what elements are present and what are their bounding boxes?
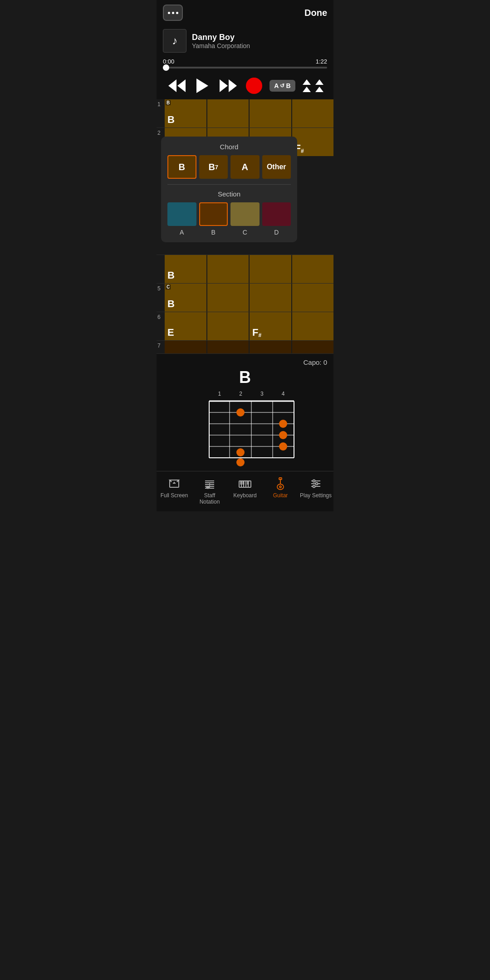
bar-cells-6: E F# — [165, 312, 333, 340]
chord-cell[interactable] — [250, 284, 291, 312]
guitar-icon — [274, 477, 287, 490]
chord-cell-e[interactable]: E — [165, 312, 206, 340]
chord-option-b7[interactable]: B7 — [199, 155, 228, 179]
up-arrows-icon — [303, 79, 323, 85]
chord-cell-fsharp2[interactable]: F# — [250, 312, 291, 340]
chord-option-b[interactable]: B — [167, 155, 196, 179]
section-option-a[interactable] — [167, 202, 196, 226]
fret-num-2: 2 — [230, 391, 251, 397]
chord-popup: Chord B B7 A Other Section A B C D — [161, 137, 297, 242]
section-label-a: A — [167, 229, 196, 236]
bar-row-1: 1 B B — [157, 99, 333, 128]
section-options — [167, 202, 291, 226]
chord-cell[interactable] — [250, 255, 291, 283]
nav-label-keyboard: Keyboard — [233, 492, 256, 499]
chord-grid-area: 1 B B 2 F# Chord B B7 A Other — [157, 99, 333, 354]
nav-item-fullscreen[interactable]: Full Screen — [157, 475, 192, 507]
ab-repeat-button[interactable]: A ↺ B — [270, 80, 295, 92]
chord-label-b: B — [166, 100, 171, 105]
chord-cell[interactable] — [292, 284, 334, 312]
record-button[interactable] — [246, 78, 262, 94]
progress-thumb — [163, 64, 169, 71]
nav-item-keyboard[interactable]: Keyboard — [227, 475, 263, 507]
song-artist: Yamaha Corporation — [192, 42, 250, 49]
nav-label-play-settings: Play Settings — [300, 492, 332, 499]
chord-cell-partial[interactable] — [250, 341, 291, 353]
bar-number-5: 5 — [157, 284, 165, 312]
chord-cell-b3[interactable]: C B — [165, 284, 206, 312]
chord-cell[interactable] — [207, 284, 249, 312]
play-icon — [196, 78, 208, 93]
svg-rect-30 — [247, 481, 249, 485]
chord-popup-title: Chord — [167, 143, 291, 151]
section-option-b[interactable] — [199, 202, 228, 226]
chord-cell[interactable] — [207, 255, 249, 283]
guitar-grid-svg — [196, 399, 294, 465]
chord-cell-b2[interactable]: B — [165, 255, 206, 283]
chord-cell[interactable] — [292, 99, 334, 127]
chord-cell[interactable] — [292, 255, 334, 283]
nav-item-guitar[interactable]: Guitar — [263, 475, 298, 507]
play-button[interactable] — [195, 77, 210, 95]
chord-option-a[interactable]: A — [230, 155, 260, 179]
chord-cell[interactable] — [250, 99, 291, 127]
bar-number-1: 1 — [157, 99, 165, 127]
nav-item-staff[interactable]: StaffNotation — [192, 475, 227, 507]
chord-cell-f-sharp[interactable]: F# — [292, 128, 334, 156]
svg-point-34 — [279, 486, 281, 488]
section-badge-c: C — [166, 284, 171, 289]
nav-label-fullscreen: Full Screen — [161, 492, 188, 499]
guitar-dot — [279, 442, 287, 451]
svg-point-42 — [313, 485, 315, 488]
progress-times: 0:00 1:22 — [163, 58, 327, 65]
menu-button[interactable] — [163, 5, 183, 21]
rewind-button[interactable] — [167, 78, 187, 94]
current-time: 0:00 — [163, 58, 174, 65]
total-time: 1:22 — [316, 58, 327, 65]
chord-cell-partial[interactable] — [207, 341, 249, 353]
fast-forward-button[interactable] — [218, 78, 239, 94]
fret-numbers: 1 2 3 4 — [196, 391, 294, 397]
song-title: Danny Boy — [192, 33, 250, 42]
bar-row-6: 6 E F# — [157, 312, 333, 341]
keyboard-icon — [238, 477, 252, 490]
bar-number-3 — [157, 255, 165, 283]
svg-point-41 — [316, 483, 318, 485]
progress-bar[interactable] — [163, 67, 327, 69]
guitar-dot — [236, 458, 245, 466]
sharp-symbol: # — [301, 148, 304, 154]
song-details: Danny Boy Yamaha Corporation — [192, 33, 250, 49]
chord-cell-partial[interactable] — [165, 341, 206, 353]
chord-cell-partial[interactable] — [292, 341, 334, 353]
chord-option-other[interactable]: Other — [262, 155, 291, 179]
svg-point-21 — [206, 487, 210, 489]
ab-arrow-icon: ↺ — [280, 83, 284, 89]
bar-number-6: 6 — [157, 312, 165, 340]
bar-cells-3: B — [165, 255, 333, 283]
scroll-up-button[interactable] — [303, 79, 323, 92]
song-info: ♪ Danny Boy Yamaha Corporation — [157, 25, 333, 56]
section-label-c: C — [230, 229, 260, 236]
section-option-c[interactable] — [230, 202, 260, 226]
three-dots-icon — [168, 12, 178, 14]
bar-number-7: 7 — [157, 341, 165, 353]
chord-cell[interactable]: B B — [165, 99, 206, 127]
up-arrows-icon-2 — [303, 87, 323, 92]
chord-cell[interactable] — [207, 99, 249, 127]
done-button[interactable]: Done — [304, 8, 327, 18]
guitar-chord-name: B — [239, 368, 251, 387]
nav-item-play-settings[interactable]: Play Settings — [298, 475, 333, 507]
section-popup-title: Section — [167, 190, 291, 198]
chord-cell[interactable] — [292, 312, 334, 340]
svg-point-40 — [313, 480, 315, 482]
svg-rect-29 — [243, 481, 245, 485]
staff-notation-icon — [203, 477, 216, 490]
guitar-diagram — [196, 399, 294, 465]
chord-cell[interactable] — [207, 312, 249, 340]
section-option-d[interactable] — [262, 202, 291, 226]
guitar-dot — [236, 448, 245, 456]
bar-cells-1: B B — [165, 99, 333, 127]
guitar-area: Capo: 0 B 1 2 3 4 — [157, 354, 333, 471]
guitar-dot — [279, 431, 287, 439]
nav-label-staff: StaffNotation — [200, 492, 220, 505]
